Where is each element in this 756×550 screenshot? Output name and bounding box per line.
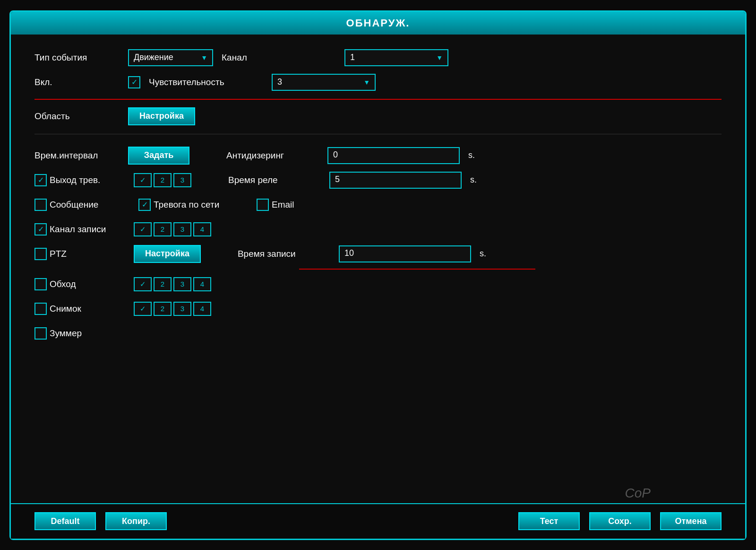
divider-red-2	[299, 269, 535, 270]
sensitivity-arrow-icon: ▼	[363, 79, 370, 86]
test-button[interactable]: Тест	[518, 512, 580, 530]
title-bar: ОБНАРУЖ.	[11, 12, 745, 35]
buzzer-checkbox-wrap[interactable]: Зуммер	[34, 327, 125, 340]
net-alarm-checkbox[interactable]	[138, 199, 151, 211]
channel-group: Канал 1 ▼	[222, 49, 448, 66]
snapshot-label: Снимок	[50, 304, 125, 314]
antidither-suffix: s.	[468, 150, 475, 160]
record-ch-num-3[interactable]: 3	[173, 222, 191, 236]
row-tour: Обход ✓ 2 3 4	[34, 274, 722, 294]
tour-checkbox-wrap[interactable]: Обход	[34, 278, 125, 290]
row-buzzer: Зуммер	[34, 323, 722, 343]
tour-checkbox[interactable]	[34, 278, 47, 290]
record-time-input[interactable]: 10	[339, 245, 471, 262]
alarm-out-checkbox[interactable]	[34, 174, 47, 186]
alarm-out-num-3[interactable]: 3	[173, 173, 191, 187]
record-time-label: Время записи	[238, 249, 332, 259]
net-alarm-checkbox-wrap[interactable]: Тревога по сети	[138, 199, 248, 211]
default-button[interactable]: Default	[34, 512, 96, 530]
row-region: Область Настройка	[34, 106, 722, 126]
message-label: Сообщение	[50, 200, 125, 210]
time-interval-label: Врем.интервал	[34, 150, 120, 161]
event-type-dropdown[interactable]: Движение ▼	[128, 49, 213, 66]
page-title: ОБНАРУЖ.	[346, 17, 410, 29]
record-channel-checkbox[interactable]	[34, 223, 47, 236]
record-channel-numbers: ✓ 2 3 4	[134, 222, 211, 236]
record-channel-label: Канал записи	[50, 224, 125, 235]
snapshot-checkbox-wrap[interactable]: Снимок	[34, 303, 125, 315]
channel-dropdown[interactable]: 1 ▼	[344, 49, 448, 66]
enable-label: Вкл.	[34, 77, 120, 87]
net-alarm-label: Тревога по сети	[154, 200, 248, 210]
cancel-button[interactable]: Отмена	[660, 512, 722, 530]
ptz-checkbox[interactable]	[34, 248, 47, 260]
antidither-input[interactable]: 0	[327, 147, 460, 164]
relay-time-group: Время реле 5 s.	[228, 172, 477, 189]
divider-gray-1	[34, 134, 722, 134]
record-time-group: Время записи 10 s.	[238, 245, 486, 262]
record-time-suffix: s.	[480, 249, 486, 259]
enable-checkbox[interactable]	[128, 76, 140, 88]
tour-label: Обход	[50, 279, 125, 289]
record-channel-checkbox-wrap[interactable]: Канал записи	[34, 223, 125, 236]
content-area: Тип события Движение ▼ Канал 1 ▼ Вкл. Чу…	[11, 35, 745, 503]
email-checkbox-wrap[interactable]: Email	[257, 199, 357, 211]
copy-button[interactable]: Копир.	[105, 512, 167, 530]
row-alarm-out: Выход трев. ✓ 2 3 Время реле 5 s.	[34, 170, 722, 190]
email-label: Email	[272, 200, 357, 210]
channel-label: Канал	[222, 52, 316, 63]
record-ch-num-1[interactable]: ✓	[134, 222, 152, 236]
row-enable-sensitivity: Вкл. Чувствительность 3 ▼	[34, 72, 722, 92]
alarm-out-num-2[interactable]: 2	[154, 173, 172, 187]
row-record-channel: Канал записи ✓ 2 3 4	[34, 219, 722, 239]
tour-num-4[interactable]: 4	[193, 277, 211, 291]
channel-value: 1	[350, 52, 355, 62]
event-type-label: Тип события	[34, 52, 120, 63]
alarm-out-label: Выход трев.	[50, 175, 125, 185]
tour-num-2[interactable]: 2	[154, 277, 172, 291]
message-checkbox-wrap[interactable]: Сообщение	[34, 199, 125, 211]
relay-suffix: s.	[470, 175, 477, 185]
row-message-network-email: Сообщение Тревога по сети Email	[34, 195, 722, 215]
sensitivity-group: Чувствительность 3 ▼	[149, 74, 376, 91]
snapshot-num-1[interactable]: ✓	[134, 302, 152, 316]
tour-num-1[interactable]: ✓	[134, 277, 152, 291]
relay-time-input[interactable]: 5	[329, 172, 462, 189]
buzzer-checkbox[interactable]	[34, 327, 47, 340]
ptz-settings-button[interactable]: Настройка	[134, 245, 201, 263]
channel-arrow-icon: ▼	[436, 54, 443, 61]
antidither-label: Антидизеринг	[226, 150, 321, 161]
footer: Default Копир. Тест Сохр. Отмена	[11, 503, 745, 539]
tour-numbers: ✓ 2 3 4	[134, 277, 211, 291]
antidither-group: Антидизеринг 0 s.	[226, 147, 475, 164]
row-snapshot: Снимок ✓ 2 3 4	[34, 299, 722, 319]
snapshot-numbers: ✓ 2 3 4	[134, 302, 211, 316]
alarm-out-checkbox-wrap[interactable]: Выход трев.	[34, 174, 125, 186]
alarm-out-numbers: ✓ 2 3	[134, 173, 191, 187]
region-label: Область	[34, 111, 120, 122]
sensitivity-label: Чувствительность	[149, 77, 243, 87]
snapshot-num-2[interactable]: 2	[154, 302, 172, 316]
relay-time-label: Время реле	[228, 175, 323, 185]
snapshot-num-3[interactable]: 3	[173, 302, 191, 316]
sensitivity-dropdown[interactable]: 3 ▼	[272, 74, 376, 91]
record-ch-num-2[interactable]: 2	[154, 222, 172, 236]
ptz-label: PTZ	[50, 249, 125, 259]
time-interval-button[interactable]: Задать	[128, 147, 189, 165]
save-button[interactable]: Сохр.	[589, 512, 651, 530]
snapshot-checkbox[interactable]	[34, 303, 47, 315]
buzzer-label: Зуммер	[50, 328, 125, 339]
message-checkbox[interactable]	[34, 199, 47, 211]
alarm-out-num-1[interactable]: ✓	[134, 173, 152, 187]
cop-watermark: CoP	[625, 486, 651, 501]
ptz-checkbox-wrap[interactable]: PTZ	[34, 248, 125, 260]
dropdown-arrow-icon: ▼	[201, 54, 207, 61]
record-ch-num-4[interactable]: 4	[193, 222, 211, 236]
email-checkbox[interactable]	[257, 199, 269, 211]
snapshot-num-4[interactable]: 4	[193, 302, 211, 316]
region-settings-button[interactable]: Настройка	[128, 107, 195, 125]
sensitivity-value: 3	[277, 77, 282, 87]
row-ptz: PTZ Настройка Время записи 10 s.	[34, 244, 722, 264]
event-type-value: Движение	[134, 52, 173, 62]
tour-num-3[interactable]: 3	[173, 277, 191, 291]
